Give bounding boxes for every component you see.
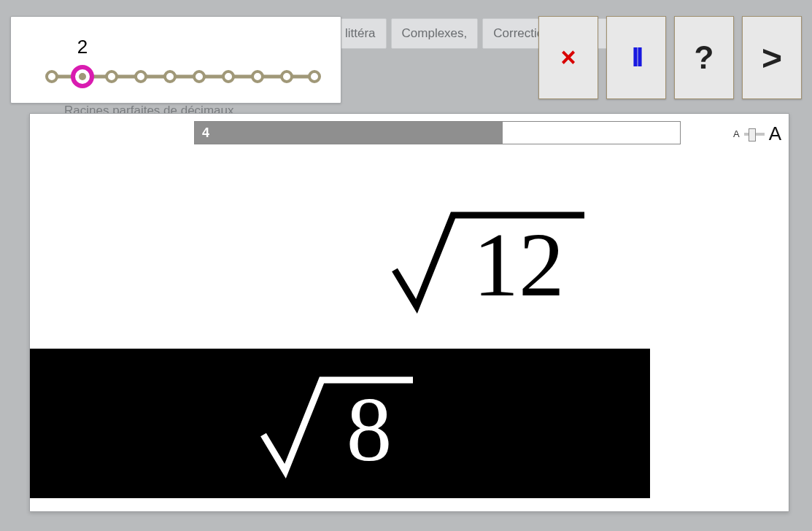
font-large-label: A: [769, 123, 781, 145]
answer-input[interactable]: 4: [194, 121, 681, 144]
next-button[interactable]: >: [742, 16, 802, 99]
close-button[interactable]: ×: [538, 16, 598, 99]
progress-dot: [194, 71, 204, 82]
help-icon: ?: [695, 39, 714, 76]
exercise-panel: 4 A A 12 8: [29, 113, 789, 512]
answer-input-empty: [503, 122, 680, 144]
font-small-label: A: [733, 128, 740, 139]
previous-answer: 8: [30, 349, 650, 498]
progress-indicator: 2: [10, 16, 341, 104]
progress-dot: [107, 71, 117, 82]
answer-input-value: 4: [195, 122, 503, 144]
progress-dot: [309, 71, 320, 82]
progress-dot: [282, 71, 292, 82]
progress-active-label: 2: [77, 36, 88, 58]
question-radicand: 12: [473, 214, 565, 315]
pause-icon: II: [632, 42, 641, 73]
help-button[interactable]: ?: [674, 16, 734, 99]
font-size-slider-thumb[interactable]: [749, 128, 756, 142]
font-size-control[interactable]: A A: [733, 123, 781, 145]
current-question: 12: [209, 187, 778, 331]
close-icon: ×: [560, 42, 576, 73]
font-size-slider-track[interactable]: [744, 133, 765, 136]
previous-radicand: 8: [347, 379, 393, 480]
progress-dot: [252, 71, 263, 82]
progress-dot-active-inner: [79, 73, 86, 80]
control-bar: × II ? >: [538, 16, 802, 99]
pause-button[interactable]: II: [606, 16, 666, 99]
progress-dot: [136, 71, 146, 82]
progress-dot: [223, 71, 233, 82]
progress-dot: [47, 71, 57, 82]
progress-dot: [165, 71, 175, 82]
bg-tab: Complexes,: [391, 18, 479, 49]
next-icon: >: [762, 38, 782, 78]
